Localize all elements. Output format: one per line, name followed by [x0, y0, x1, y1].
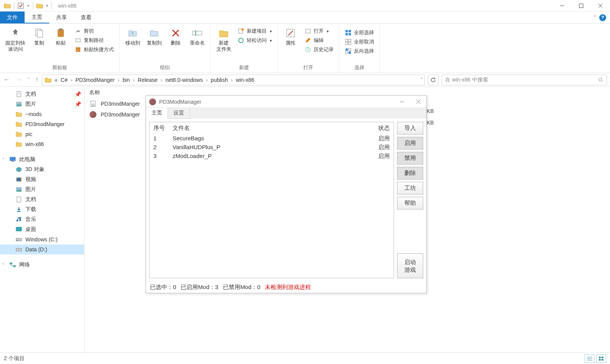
breadcrumb-item[interactable]: win-x86 [236, 77, 254, 83]
sidebar-item[interactable]: ~mods [0, 109, 84, 119]
column-name[interactable]: 名称 [89, 89, 100, 96]
recent-dropdown[interactable]: ˅ [28, 77, 30, 82]
svg-rect-23 [346, 42, 348, 45]
minimize-button[interactable] [552, 0, 572, 12]
sidebar-item[interactable]: 文档 [0, 194, 84, 204]
delete-button[interactable]: 删除 [166, 25, 186, 48]
chevron-up-icon[interactable]: ˄ [78, 91, 80, 97]
breadcrumb[interactable]: « C#› PD3modManger› bin› Release› net8.0… [42, 75, 425, 85]
svg-rect-24 [349, 42, 351, 45]
enable-button[interactable]: 启用 [397, 137, 423, 150]
import-button[interactable]: 导入 [397, 122, 423, 135]
sidebar-item[interactable]: 桌面 [0, 224, 84, 234]
paste-button[interactable]: 粘贴 [51, 25, 71, 48]
shortcut-icon [75, 46, 81, 53]
new-folder-icon [218, 27, 230, 39]
sidebar-item[interactable]: 图片📌 [0, 99, 84, 109]
sidebar-item[interactable]: pic [0, 129, 84, 139]
pin-icon: 📌 [75, 101, 81, 107]
dropdown-icon[interactable]: ▾ [26, 2, 30, 10]
close-button[interactable] [591, 0, 610, 12]
close-button[interactable] [410, 96, 426, 108]
easy-access-button[interactable]: 轻松访问▾ [235, 36, 274, 45]
breadcrumb-item[interactable]: bin [123, 77, 130, 83]
sidebar-network[interactable]: ˅网络 [0, 260, 84, 270]
sidebar-item[interactable]: PD3modManger [0, 119, 84, 129]
back-button[interactable]: ← [3, 76, 10, 84]
sidebar-this-pc[interactable]: ˅此电脑 [0, 155, 84, 165]
col-index: 序号 [153, 125, 173, 132]
tab-file[interactable]: 文件 [0, 12, 25, 23]
select-all-button[interactable]: 全部选择 [342, 28, 376, 37]
launch-game-button[interactable]: 启动 游戏 [397, 253, 423, 278]
new-folder-button[interactable]: 新建 文件夹 [214, 25, 234, 53]
breadcrumb-item[interactable]: publish [211, 77, 228, 83]
tab-main[interactable]: 主页 [146, 108, 168, 119]
mod-row[interactable]: 3zModLoader_P启用 [150, 152, 394, 161]
delete-button[interactable]: 删除 [397, 167, 423, 180]
new-item-button[interactable]: 新建项目▾ [235, 27, 274, 35]
group-label: 剪贴板 [3, 63, 116, 72]
help-icon[interactable]: ? [599, 14, 606, 21]
edit-button[interactable]: 编辑 [302, 36, 336, 45]
breadcrumb-item[interactable]: C# [61, 77, 68, 83]
tab-share[interactable]: 共享 [49, 12, 74, 23]
sidebar-item[interactable]: 文档📌 [0, 89, 84, 99]
workshop-button[interactable]: 工坊 [397, 182, 423, 194]
pin-quick-access-button[interactable]: 固定到快 速访问 [3, 25, 28, 53]
thumbnails-view-button[interactable] [596, 354, 606, 363]
sidebar-item[interactable]: Data (D:) [0, 244, 84, 254]
breadcrumb-item[interactable]: Release [138, 77, 157, 83]
svg-rect-57 [599, 359, 601, 361]
tab-view[interactable]: 查看 [74, 12, 98, 23]
select-none-button[interactable]: 全部取消 [342, 38, 376, 46]
sidebar-item[interactable]: 3D 对象 [0, 165, 84, 175]
folder-icon [15, 131, 22, 138]
sidebar-item[interactable]: Windows (C:) [0, 234, 84, 244]
mod-row[interactable]: 2VanillaHUDPlus_P启用 [150, 143, 394, 152]
forward-button[interactable]: → [15, 76, 22, 84]
breadcrumb-overflow[interactable]: « [53, 77, 59, 83]
minimize-button[interactable] [394, 96, 410, 108]
search-input[interactable]: 在 win-x86 中搜索 [442, 75, 607, 85]
checkbox-icon[interactable] [17, 2, 25, 10]
mod-table[interactable]: 序号 文件名 状态 1SecureBags启用 2VanillaHUDPlus_… [149, 122, 394, 278]
up-button[interactable]: ↑ [35, 76, 39, 84]
history-button[interactable]: 历史记录 [302, 45, 336, 54]
invert-selection-button[interactable]: 反向选择 [342, 47, 376, 55]
sidebar-item[interactable]: 视频 [0, 175, 84, 184]
tab-settings[interactable]: 设置 [168, 108, 190, 119]
sidebar-item[interactable]: win-x86 [0, 139, 84, 149]
copy-to-button[interactable]: 复制到 [144, 25, 164, 48]
maximize-button[interactable] [572, 0, 591, 12]
sidebar-item[interactable]: 下载 [0, 204, 84, 214]
svg-rect-27 [349, 48, 351, 51]
folder-icon[interactable] [35, 2, 44, 10]
paste-shortcut-button[interactable]: 粘贴快捷方式 [72, 45, 116, 54]
help-button[interactable]: 帮助 [397, 197, 423, 209]
refresh-button[interactable] [428, 75, 439, 85]
chevron-down-icon[interactable]: ˅ [2, 158, 4, 162]
navigation-pane[interactable]: ˄ 文档📌 图片📌 ~mods PD3modManger pic win-x86… [0, 87, 85, 358]
open-button[interactable]: 打开▾ [302, 27, 336, 35]
cut-button[interactable]: ✂剪切 [72, 27, 116, 35]
dropdown-icon[interactable]: ▾ [45, 2, 49, 10]
details-view-button[interactable] [585, 354, 595, 363]
mod-row[interactable]: 1SecureBags启用 [150, 134, 394, 143]
move-to-button[interactable]: 移动到 [123, 25, 143, 48]
sidebar-item[interactable]: 音乐 [0, 214, 84, 224]
nav-arrows: ← → ˅ ↑ [3, 76, 39, 84]
chevron-down-icon[interactable]: ˅ [2, 263, 4, 267]
rename-button[interactable]: 重命名 [187, 25, 207, 48]
breadcrumb-item[interactable]: PD3modManger [75, 77, 115, 83]
copy-button[interactable]: 复制 [29, 25, 49, 48]
copy-path-button[interactable]: 复制路径 [72, 36, 116, 45]
tab-home[interactable]: 主页 [25, 12, 49, 23]
properties-button[interactable]: 属性 [281, 25, 301, 48]
breadcrumb-item[interactable]: net8.0-windows [165, 77, 203, 83]
chevron-up-icon[interactable]: ˄ [593, 15, 596, 21]
sidebar-item[interactable]: 图片 [0, 184, 84, 194]
app-titlebar[interactable]: PD3ModManager [146, 96, 426, 108]
disable-button[interactable]: 禁用 [397, 152, 423, 165]
chevron-down-icon[interactable]: ˅ [421, 77, 423, 82]
